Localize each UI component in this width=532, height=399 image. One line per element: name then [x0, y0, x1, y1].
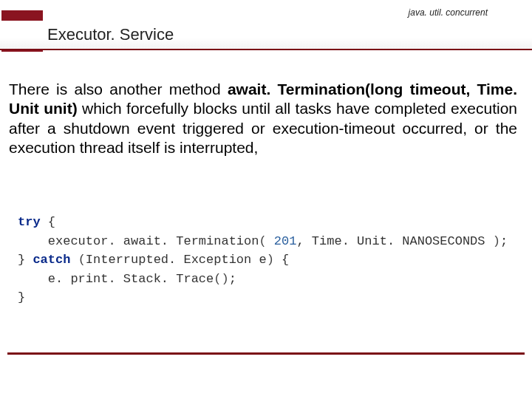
code-l2-end: ; — [500, 234, 508, 248]
code-l2-a: executor. await. Termination — [18, 234, 259, 248]
code-kw-try: try — [18, 215, 41, 229]
code-l2-p1: ( — [259, 234, 273, 248]
code-l2-mid: , Time. Unit. NANOSECONDS — [296, 234, 492, 248]
code-l3-a: } — [18, 253, 33, 267]
code-l2-num: 201 — [274, 234, 297, 248]
page-title: Executor. Service — [47, 25, 174, 44]
footer-rule — [7, 352, 525, 355]
code-l1-rest: { — [41, 215, 55, 229]
code-block: try { executor. await. Termination( 201,… — [18, 213, 508, 307]
code-l4-end: ; — [229, 272, 236, 286]
code-l2-p2: ) — [493, 234, 500, 248]
code-l3-mid: Interrupted. Exception e — [86, 253, 267, 267]
code-l3-p2: ) — [267, 253, 274, 267]
body-paragraph: There is also another method await. Term… — [9, 80, 517, 157]
code-l4-p1: () — [214, 272, 228, 286]
code-l5: } — [18, 290, 25, 304]
code-kw-catch: catch — [33, 253, 70, 267]
body-intro-suffix: which forcefully blocks until all tasks … — [9, 100, 517, 156]
code-l3-end: { — [274, 253, 289, 267]
slide: java. util. concurrent P Ł Executor. Ser… — [0, 0, 532, 399]
code-l4-a: e. print. Stack. Trace — [18, 272, 214, 286]
code-l3-b — [70, 253, 78, 267]
package-label: java. util. concurrent — [409, 7, 488, 18]
code-l3-p1: ( — [78, 253, 86, 267]
body-intro-prefix: There is also another method — [9, 81, 228, 98]
